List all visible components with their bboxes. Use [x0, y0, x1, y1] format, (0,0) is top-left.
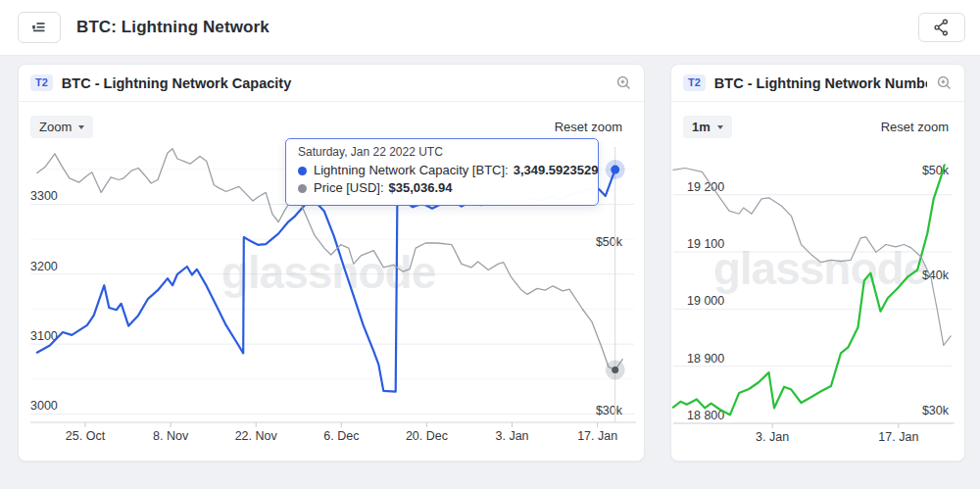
- x-tick-label: 17. Jan: [577, 429, 617, 443]
- tooltip-capacity-row: Lightning Network Capacity [BTC]: 3,349.…: [298, 162, 586, 179]
- capacity-series-dot: [298, 167, 307, 175]
- capacity-chart-title: BTC - Lightning Network Capacity: [62, 75, 607, 91]
- y-axis-label: 3200: [30, 260, 58, 273]
- glassnode-watermark: glassnode: [221, 247, 436, 298]
- tier-badge: T2: [30, 74, 53, 91]
- y-axis-label: 19 100: [687, 237, 724, 251]
- page-title: BTC: Lightning Network: [76, 18, 270, 37]
- top-bar: BTC: Lightning Network: [0, 0, 980, 56]
- expand-chart-button[interactable]: [615, 74, 632, 91]
- chart-tooltip: Saturday, Jan 22 2022 UTC Lightning Netw…: [285, 138, 599, 206]
- x-tick-label: 20. Dec: [406, 429, 448, 443]
- x-tick-label: 22. Nov: [235, 429, 278, 443]
- y-axis-label: 18 800: [687, 409, 724, 422]
- dashboard-grid: T2 BTC - Lightning Network Capacity Zoom…: [0, 56, 980, 462]
- tooltip-date: Saturday, Jan 22 2022 UTC: [298, 145, 586, 159]
- tier-badge: T2: [683, 74, 706, 91]
- chevron-down-icon: [78, 125, 84, 129]
- capacity-panel-header: T2 BTC - Lightning Network Capacity: [19, 65, 644, 102]
- capacity-chart-panel: T2 BTC - Lightning Network Capacity Zoom…: [18, 64, 645, 462]
- x-tick-label: 17. Jan: [878, 430, 918, 444]
- price-axis-label: $30k: [596, 404, 623, 417]
- capacity-chart-controls: Zoom Reset zoom: [19, 116, 644, 138]
- magnifier-plus-icon: [936, 74, 953, 91]
- time-range-dropdown[interactable]: 1m: [683, 116, 732, 138]
- share-button[interactable]: [918, 13, 965, 42]
- marker-dot: [611, 166, 619, 174]
- glassnode-watermark: glassnode: [713, 243, 928, 294]
- x-tick-label: 25. Oct: [66, 429, 106, 443]
- price-axis-label: $50k: [922, 164, 950, 177]
- zoom-range-dropdown[interactable]: Zoom: [30, 116, 93, 138]
- price-axis-label: $30k: [922, 404, 950, 417]
- y-axis-label: 19 200: [687, 180, 724, 194]
- share-icon: [931, 17, 953, 38]
- node-count-panel-header: T2 BTC - Lightning Network Numbe...: [671, 65, 964, 102]
- x-tick-label: 8. Nov: [153, 429, 189, 443]
- y-axis-label: 3300: [30, 189, 58, 203]
- chevron-down-icon: [717, 125, 723, 129]
- y-axis-label: 19 000: [687, 294, 724, 308]
- magnifier-plus-icon: [615, 74, 632, 91]
- price-axis-label: $50k: [596, 235, 623, 249]
- x-tick-label: 3. Jan: [496, 429, 529, 443]
- reset-zoom-button[interactable]: Reset zoom: [881, 120, 949, 134]
- x-tick-label: 6. Dec: [323, 429, 359, 443]
- price-axis-label: $40k: [922, 269, 950, 282]
- y-axis-label: 18 900: [687, 352, 724, 366]
- x-tick-label: 3. Jan: [756, 430, 789, 444]
- menu-button[interactable]: [18, 12, 61, 43]
- node-count-chart-title: BTC - Lightning Network Numbe...: [714, 75, 927, 91]
- node-count-chart-controls: 1m Reset zoom: [671, 116, 964, 138]
- y-axis-label: 3000: [30, 399, 58, 413]
- marker-dot: [612, 367, 618, 373]
- tooltip-price-row: Price [USD]: $35,036.94: [298, 179, 586, 197]
- node-count-chart-panel: T2 BTC - Lightning Network Numbe... 1m R…: [670, 64, 965, 462]
- price-series-dot: [298, 184, 307, 193]
- reset-zoom-button[interactable]: Reset zoom: [555, 120, 622, 134]
- expand-chart-button[interactable]: [936, 74, 953, 91]
- list-indent-icon: [27, 16, 51, 39]
